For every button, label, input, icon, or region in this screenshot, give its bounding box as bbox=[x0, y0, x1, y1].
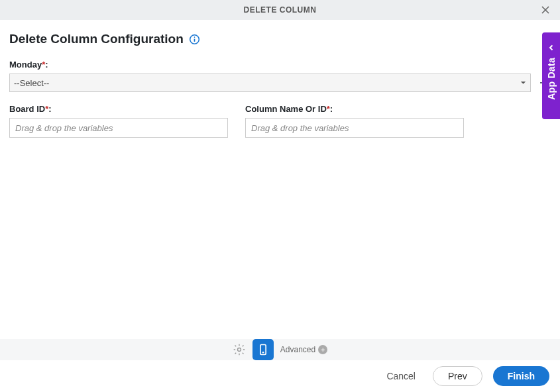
advanced-button[interactable]: Advanced + bbox=[280, 345, 327, 354]
gear-icon[interactable] bbox=[233, 343, 246, 356]
board-id-field: Board ID*: bbox=[9, 104, 228, 138]
plus-circle-icon: + bbox=[318, 345, 327, 354]
monday-selected-value: --Select-- bbox=[14, 78, 49, 88]
chevron-left-icon bbox=[548, 42, 555, 54]
app-data-label: App Data bbox=[546, 58, 557, 100]
column-name-input[interactable] bbox=[245, 118, 464, 138]
modal-title: DELETE COLUMN bbox=[244, 5, 317, 15]
footer: Cancel Prev Finish bbox=[0, 360, 560, 392]
close-icon[interactable] bbox=[539, 3, 552, 17]
svg-point-4 bbox=[194, 36, 195, 38]
page-title: Delete Column Configuration bbox=[9, 32, 184, 46]
fields-row: Board ID*: Column Name Or ID*: bbox=[9, 104, 551, 138]
monday-select[interactable]: --Select-- bbox=[9, 74, 531, 92]
column-name-label: Column Name Or ID*: bbox=[245, 104, 464, 114]
info-icon[interactable] bbox=[189, 34, 200, 45]
board-id-input[interactable] bbox=[9, 118, 228, 138]
page-title-row: Delete Column Configuration bbox=[9, 32, 551, 46]
svg-point-9 bbox=[262, 352, 264, 354]
bottom-toolbar: Advanced + bbox=[0, 339, 560, 360]
chevron-down-icon bbox=[520, 78, 526, 88]
monday-label: Monday*: bbox=[9, 60, 551, 70]
svg-point-7 bbox=[237, 348, 241, 352]
column-name-field: Column Name Or ID*: bbox=[245, 104, 464, 138]
advanced-label-text: Advanced bbox=[280, 345, 315, 354]
board-id-label: Board ID*: bbox=[9, 104, 228, 114]
prev-button[interactable]: Prev bbox=[433, 366, 482, 386]
monday-select-row: --Select-- bbox=[9, 74, 551, 92]
cancel-button[interactable]: Cancel bbox=[380, 367, 422, 385]
finish-button[interactable]: Finish bbox=[493, 366, 549, 386]
device-icon[interactable] bbox=[252, 339, 274, 360]
content-area: Delete Column Configuration Monday*: --S… bbox=[0, 20, 560, 138]
modal-header: DELETE COLUMN bbox=[0, 0, 560, 20]
app-data-panel-tab[interactable]: App Data bbox=[542, 32, 560, 119]
